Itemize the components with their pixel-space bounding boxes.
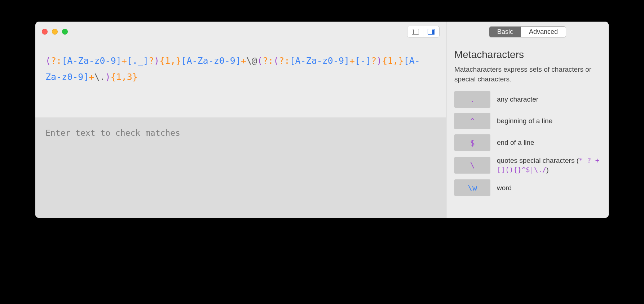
metacharacter-label: beginning of a line <box>497 116 552 126</box>
metacharacter-label: end of a line <box>497 138 534 147</box>
regex-token: ) <box>105 72 111 82</box>
match-placeholder: Enter text to check matches <box>45 128 180 138</box>
panel-right-icon <box>428 29 435 35</box>
regex-token: ) <box>376 55 382 66</box>
toggle-right-sidebar-button[interactable] <box>423 26 439 37</box>
regex-token: + <box>89 72 94 82</box>
regex-token: + <box>122 55 127 66</box>
maximize-button[interactable] <box>62 29 68 35</box>
right-sidebar: Basic Advanced Metacharacters Matacharac… <box>446 22 609 218</box>
regex-token: \@ <box>246 55 257 66</box>
regex-token: ? <box>149 55 154 66</box>
regex-token: {1,} <box>159 55 181 66</box>
regex-input[interactable]: (?:[A-Za-z0-9]+[._]?){1,}[A-Za-z0-9]+\@(… <box>35 42 446 117</box>
metacharacter-symbol: ^ <box>454 113 490 129</box>
panel-left-icon <box>412 29 419 35</box>
sidebar-section-title: Metacharacters <box>454 49 601 61</box>
regex-token: {1,} <box>382 55 403 66</box>
regex-token: {1,3} <box>111 72 138 82</box>
metacharacter-symbol: \w <box>454 179 490 196</box>
metacharacter-list: .any character^beginning of a line$end o… <box>454 91 601 196</box>
metacharacter-item[interactable]: \wword <box>454 179 601 196</box>
traffic-lights <box>42 29 68 35</box>
metacharacter-item[interactable]: $end of a line <box>454 134 601 151</box>
sidebar-content: Metacharacters Matacharacters express se… <box>446 42 609 203</box>
regex-token: \. <box>94 72 105 82</box>
regex-token: ? <box>371 55 376 66</box>
metacharacter-symbol: . <box>454 91 490 108</box>
regex-token: ?: <box>279 55 290 66</box>
metacharacter-item[interactable]: \quotes special characters (* ? +[](){}^… <box>454 156 601 174</box>
tab-basic[interactable]: Basic <box>489 27 521 37</box>
metacharacter-item[interactable]: .any character <box>454 91 601 108</box>
metacharacter-label: quotes special characters (* ? +[](){}^$… <box>497 156 601 174</box>
match-text-input[interactable]: Enter text to check matches <box>35 117 446 218</box>
sidebar-section-description: Matacharacters express sets of character… <box>454 65 601 84</box>
titlebar <box>35 22 446 42</box>
panel-toggle <box>407 26 440 37</box>
toggle-left-sidebar-button[interactable] <box>407 26 423 37</box>
left-pane: (?:[A-Za-z0-9]+[._]?){1,}[A-Za-z0-9]+\@(… <box>35 22 446 218</box>
regex-token: [A-Za-z0-9] <box>181 55 241 66</box>
regex-token: ( <box>257 55 263 66</box>
regex-token: + <box>349 55 355 66</box>
regex-token: ) <box>154 55 159 66</box>
regex-token: ?: <box>263 55 273 66</box>
metacharacter-label: any character <box>497 95 538 104</box>
sidebar-titlebar: Basic Advanced <box>446 22 609 42</box>
mode-segmented-control: Basic Advanced <box>489 26 566 37</box>
tab-advanced[interactable]: Advanced <box>521 27 566 37</box>
regex-token: [A-Za-z0-9] <box>290 55 349 66</box>
metacharacter-symbol: \ <box>454 157 490 174</box>
regex-token: [._] <box>127 55 149 66</box>
metacharacter-symbol: $ <box>454 134 490 151</box>
regex-token: ( <box>45 55 51 66</box>
metacharacter-label: word <box>497 183 512 193</box>
app-window: (?:[A-Za-z0-9]+[._]?){1,}[A-Za-z0-9]+\@(… <box>35 22 609 218</box>
regex-token: ( <box>273 55 279 66</box>
metacharacter-item[interactable]: ^beginning of a line <box>454 113 601 129</box>
regex-token: + <box>241 55 246 66</box>
close-button[interactable] <box>42 29 48 35</box>
regex-token: [A-Za-z0-9] <box>62 55 122 66</box>
minimize-button[interactable] <box>52 29 58 35</box>
regex-token: ?: <box>51 55 62 66</box>
regex-token: [-] <box>355 55 371 66</box>
